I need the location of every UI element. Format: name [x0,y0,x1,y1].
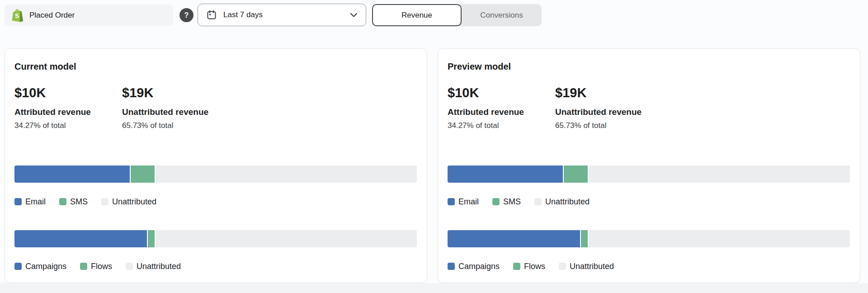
attributed-revenue-label: Attributed revenue [14,106,118,118]
unattributed-swatch [559,263,566,270]
bar-segment-unattributed [156,230,417,247]
bar-segment-campaigns [14,230,147,247]
conversions-toggle-button[interactable]: Conversions [462,4,542,26]
legend-item-sms: SMS [492,197,521,207]
bar-segment-email [14,165,130,183]
bar-segment-flows [581,230,588,247]
channel-attribution-bar [448,165,850,183]
legend-item-unattributed: Unattributed [534,197,590,207]
channel-attribution-bar [14,165,417,183]
toolbar: S Placed Order ? Last 7 days Revenue [0,0,868,32]
legend-item-flows: Flows [513,262,545,271]
bar-segment-email [448,165,563,183]
campaigns-swatch [448,263,455,270]
help-icon[interactable]: ? [179,8,193,22]
bar-segment-unattributed [589,165,850,183]
email-swatch [14,198,22,205]
flows-swatch [80,263,87,270]
legend-item-sms: SMS [59,197,88,207]
unattributed-revenue-label: Unattributed revenue [122,106,226,118]
legend-item-flows: Flows [80,262,112,271]
unattributed-revenue-label: Unattributed revenue [555,106,659,118]
message-type-legend: Campaigns Flows Unattributed [448,261,614,272]
unattributed-swatch [101,198,108,205]
view-toggle: Revenue Conversions [372,4,542,26]
sms-swatch [492,198,500,205]
page-bottom-strip [0,283,868,293]
unattributed-revenue-value: $19K [555,85,659,101]
bar-segment-unattributed [156,165,417,183]
unattributed-swatch [126,263,133,270]
legend-item-unattributed: Unattributed [559,262,614,271]
legend-item-email: Email [448,197,479,207]
legend-item-unattributed: Unattributed [101,197,156,207]
attributed-revenue-value: $10K [14,85,118,101]
message-type-legend: Campaigns Flows Unattributed [14,261,181,272]
bar-segment-campaigns [448,230,580,247]
bar-segment-sms [131,165,155,183]
unattributed-revenue-stat: $19K Unattributed revenue 65.73% of tota… [555,85,659,131]
date-range-value: Last 7 days [223,10,344,19]
bar-segment-sms [564,165,588,183]
channel-legend: Email SMS Unattributed [448,196,590,207]
calendar-icon [206,9,217,20]
legend-item-campaigns: Campaigns [448,262,500,271]
attributed-revenue-value: $10K [448,85,552,101]
attributed-revenue-share: 34.27% of total [14,120,118,131]
unattributed-revenue-share: 65.73% of total [122,120,226,131]
metric-selector-chip[interactable]: S Placed Order [5,5,173,26]
attributed-revenue-stat: $10K Attributed revenue 34.27% of total [448,85,552,131]
legend-item-email: Email [14,197,46,207]
attributed-revenue-share: 34.27% of total [448,120,552,131]
email-swatch [448,198,455,205]
flows-swatch [513,263,520,270]
message-type-attribution-bar [448,230,850,247]
unattributed-revenue-stat: $19K Unattributed revenue 65.73% of tota… [122,85,226,131]
unattributed-revenue-share: 65.73% of total [555,120,659,131]
svg-text:S: S [15,12,19,19]
message-type-attribution-bar [14,230,417,247]
date-range-select[interactable]: Last 7 days [198,4,366,26]
current-model-card: Current model $10K Attributed revenue 34… [5,48,427,283]
sms-swatch [59,198,66,205]
card-title: Current model [14,61,76,72]
bar-segment-unattributed [589,230,850,247]
legend-item-campaigns: Campaigns [14,262,66,271]
unattributed-revenue-value: $19K [122,85,226,101]
channel-legend: Email SMS Unattributed [14,196,156,207]
revenue-toggle-button[interactable]: Revenue [372,4,462,26]
shopify-bag-icon: S [12,9,24,22]
bar-segment-flows [148,230,155,247]
legend-item-unattributed: Unattributed [126,262,181,271]
campaigns-swatch [14,263,22,270]
metric-chip-label: Placed Order [29,11,75,20]
attributed-revenue-label: Attributed revenue [448,106,552,118]
chevron-down-icon [350,13,358,18]
card-title: Preview model [448,61,511,72]
preview-model-card: Preview model $10K Attributed revenue 34… [438,48,860,283]
attributed-revenue-stat: $10K Attributed revenue 34.27% of total [14,85,118,131]
unattributed-swatch [534,198,542,205]
